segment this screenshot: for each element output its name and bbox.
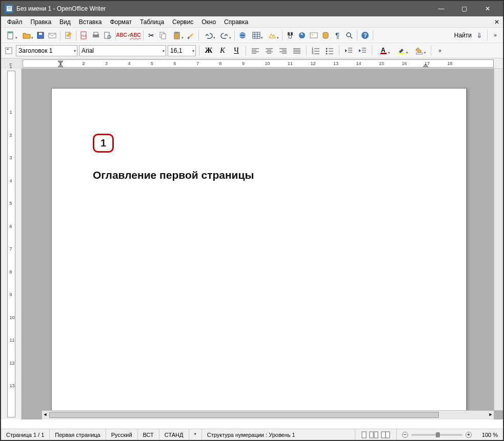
hyperlink-button[interactable] [237, 30, 248, 41]
menu-window[interactable]: Окно [197, 17, 220, 27]
undo-button[interactable] [201, 30, 216, 41]
formatting-overflow-button[interactable]: » [434, 45, 446, 56]
status-outline[interactable]: Структура нумерации : Уровень 1 [202, 429, 355, 440]
edit-file-button[interactable] [63, 30, 74, 41]
close-document-button[interactable]: ✕ [493, 18, 501, 26]
status-selection-mode[interactable]: СТАНД [159, 429, 189, 440]
svg-rect-17 [162, 34, 166, 39]
align-left-button[interactable] [249, 45, 261, 56]
status-page[interactable]: Страница 1 / 1 [1, 429, 50, 440]
decrease-indent-button[interactable] [342, 45, 355, 56]
status-insert-mode[interactable]: ВСТ [138, 429, 159, 440]
toolbar-overflow-button[interactable]: » [490, 30, 501, 41]
menu-file[interactable]: Файл [3, 17, 27, 27]
close-button[interactable]: ✕ [476, 1, 499, 16]
ruler-num: 16 [402, 61, 407, 66]
font-color-button[interactable]: A [375, 45, 392, 56]
underline-button[interactable]: Ч [230, 45, 243, 56]
open-button[interactable] [19, 30, 34, 41]
align-right-button[interactable] [277, 45, 289, 56]
table-button[interactable] [249, 30, 264, 41]
multi-page-icon[interactable] [369, 431, 379, 438]
single-page-icon[interactable] [360, 431, 368, 438]
heading-text[interactable]: Оглавление первой страницы [93, 169, 254, 181]
menu-edit[interactable]: Правка [27, 17, 56, 27]
align-center-button[interactable] [263, 45, 275, 56]
ruler-num: 14 [356, 61, 361, 66]
format-paintbrush-button[interactable] [185, 30, 196, 41]
document-canvas[interactable]: 1 Оглавление первой страницы ◄ ► [22, 69, 503, 419]
zoom-button[interactable] [344, 30, 355, 41]
auto-spellcheck-button[interactable]: ABC [130, 30, 141, 41]
italic-button[interactable]: К [216, 45, 229, 56]
font-name-combo[interactable]: Arial▾ [79, 45, 166, 56]
zoom-in-button[interactable]: + [466, 432, 472, 438]
menu-bar: Файл Правка Вид Вставка Формат Таблица С… [1, 16, 503, 28]
menu-table[interactable]: Таблица [136, 17, 168, 27]
export-pdf-button[interactable]: PDF [78, 30, 90, 41]
menu-insert[interactable]: Вставка [75, 17, 106, 27]
find-replace-button[interactable] [285, 30, 296, 41]
cut-button[interactable]: ✂ [146, 30, 157, 41]
scroll-left-arrow[interactable]: ◄ [42, 412, 48, 418]
svg-point-21 [239, 32, 246, 38]
save-button[interactable] [35, 30, 46, 41]
svg-rect-23 [253, 32, 260, 38]
nonprinting-chars-button[interactable]: ¶ [332, 30, 343, 41]
spellcheck-button[interactable]: ABC✓ [118, 30, 129, 41]
book-view-icon[interactable] [381, 431, 391, 438]
ruler-track-h[interactable]: 1123456789101112131415161718 [23, 59, 494, 68]
status-language[interactable]: Русский [106, 429, 138, 440]
status-modified: * [189, 429, 202, 440]
paragraph-style-combo[interactable]: Заголовок 1▾ [16, 45, 77, 56]
print-button[interactable] [90, 30, 102, 41]
menu-help[interactable]: Справка [220, 17, 252, 27]
vertical-scrollbar[interactable] [494, 69, 503, 410]
bullets-button[interactable] [324, 45, 336, 56]
highlight-button[interactable] [393, 45, 410, 56]
document-content[interactable]: 1 Оглавление первой страницы [93, 134, 254, 181]
redo-button[interactable] [217, 30, 232, 41]
increase-indent-button[interactable] [356, 45, 369, 56]
zoom-percent[interactable]: 100 % [477, 429, 503, 440]
align-justify-button[interactable] [291, 45, 303, 56]
svg-rect-40 [7, 49, 9, 50]
styles-window-button[interactable] [3, 45, 14, 56]
paste-button[interactable] [169, 30, 185, 41]
zoom-slider-knob[interactable] [436, 432, 440, 437]
copy-button[interactable] [157, 30, 169, 41]
horizontal-ruler[interactable]: ⌐ 1123456789101112131415161718 [1, 58, 503, 69]
zoom-controls[interactable]: − + [397, 429, 477, 440]
font-size-combo[interactable]: 16,1▾ [168, 45, 196, 56]
svg-rect-5 [8, 32, 13, 33]
menu-view[interactable]: Вид [55, 17, 75, 27]
gallery-button[interactable] [308, 30, 319, 41]
minimize-button[interactable]: — [430, 1, 453, 16]
data-sources-button[interactable] [320, 30, 331, 41]
menu-format[interactable]: Формат [106, 17, 136, 27]
show-draw-button[interactable] [265, 30, 280, 41]
new-document-button[interactable] [3, 30, 18, 41]
page[interactable]: 1 Оглавление первой страницы [51, 88, 467, 416]
svg-rect-29 [291, 32, 293, 35]
print-preview-button[interactable] [102, 30, 113, 41]
status-page-style[interactable]: Первая страница [50, 429, 106, 440]
ruler-track-v[interactable]: 112345678910111213 [7, 71, 15, 417]
find-next-button[interactable]: ⇓ [474, 30, 485, 41]
numbering-button[interactable]: 123 [310, 45, 322, 56]
navigator-button[interactable] [296, 30, 308, 41]
maximize-button[interactable]: ▢ [453, 1, 476, 16]
zoom-out-button[interactable]: − [402, 432, 408, 438]
menu-tools[interactable]: Сервис [168, 17, 197, 27]
zoom-slider[interactable] [411, 434, 462, 436]
horizontal-scrollbar[interactable]: ◄ ► [42, 410, 494, 419]
vertical-ruler[interactable]: 112345678910111213 [1, 69, 22, 419]
standard-toolbar: PDF ABC✓ ABC ✂ ¶ ? Найти ⇓ » [1, 28, 503, 43]
view-layout-buttons[interactable] [355, 429, 397, 440]
background-color-button[interactable] [411, 45, 428, 56]
bold-button[interactable]: Ж [203, 45, 215, 56]
help-button[interactable]: ? [359, 30, 371, 41]
email-button[interactable] [47, 30, 58, 41]
scroll-right-arrow[interactable]: ► [488, 412, 494, 418]
scroll-thumb-h[interactable] [49, 412, 439, 418]
